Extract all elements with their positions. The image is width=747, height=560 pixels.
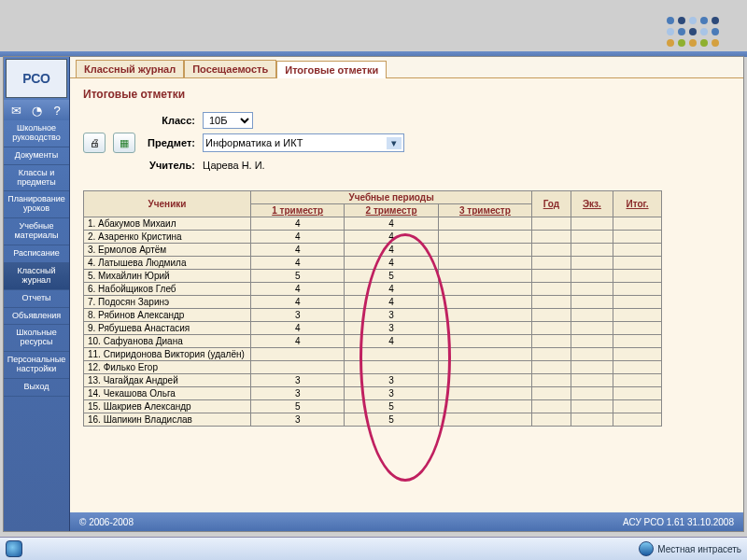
grade-cell[interactable] <box>613 309 662 322</box>
grade-cell[interactable] <box>613 244 662 257</box>
grade-cell[interactable]: 3 <box>251 387 345 400</box>
grade-cell[interactable] <box>532 283 571 296</box>
grade-cell[interactable]: 3 <box>251 309 345 322</box>
grade-cell[interactable] <box>532 231 571 244</box>
grade-cell[interactable] <box>613 335 662 348</box>
grade-cell[interactable] <box>438 374 531 387</box>
grade-cell[interactable] <box>532 309 571 322</box>
grade-cell[interactable] <box>532 348 571 361</box>
grade-cell[interactable] <box>438 257 531 270</box>
grade-cell[interactable]: 3 <box>251 374 345 387</box>
grade-cell[interactable] <box>571 335 613 348</box>
grade-cell[interactable] <box>438 335 531 348</box>
grade-cell[interactable] <box>438 244 531 257</box>
sidebar-item-5[interactable]: Расписание <box>4 245 69 263</box>
mail-icon[interactable]: ✉ <box>8 103 23 118</box>
grade-cell[interactable] <box>613 217 662 231</box>
grade-cell[interactable] <box>571 374 613 387</box>
grade-cell[interactable] <box>438 322 531 335</box>
grade-cell[interactable]: 4 <box>251 231 345 244</box>
grade-cell[interactable]: 4 <box>251 335 345 348</box>
grade-cell[interactable]: 4 <box>251 322 345 335</box>
grade-cell[interactable]: 4 <box>345 217 438 231</box>
grade-cell[interactable]: 4 <box>251 257 345 270</box>
grade-cell[interactable] <box>613 322 662 335</box>
sidebar-item-0[interactable]: Школьное руководство <box>4 120 69 147</box>
export-excel-button[interactable]: ▦ <box>113 133 135 153</box>
help-icon[interactable]: ? <box>49 103 64 118</box>
grade-cell[interactable] <box>571 296 613 309</box>
grade-cell[interactable]: 4 <box>345 231 438 244</box>
grade-cell[interactable] <box>532 400 571 413</box>
grade-cell[interactable] <box>532 257 571 270</box>
grade-cell[interactable] <box>532 270 571 283</box>
user-icon[interactable]: ◔ <box>29 103 44 118</box>
sidebar-item-11[interactable]: Выход <box>4 379 69 397</box>
col-trimester1-link[interactable]: 1 триместр <box>272 205 323 216</box>
grade-cell[interactable] <box>438 270 531 283</box>
grade-cell[interactable] <box>251 348 345 361</box>
grade-cell[interactable] <box>613 374 662 387</box>
grade-cell[interactable] <box>571 244 613 257</box>
grade-cell[interactable] <box>571 322 613 335</box>
grade-cell[interactable] <box>613 270 662 283</box>
sidebar-item-3[interactable]: Планирование уроков <box>4 191 69 218</box>
grade-cell[interactable]: 5 <box>345 270 438 283</box>
grade-cell[interactable] <box>438 231 531 244</box>
sidebar-item-6[interactable]: Классный журнал <box>4 263 69 290</box>
grade-cell[interactable] <box>438 348 531 361</box>
grade-cell[interactable] <box>532 335 571 348</box>
tab-final-grades[interactable]: Итоговые отметки <box>276 61 387 78</box>
grade-cell[interactable] <box>571 361 613 374</box>
grade-cell[interactable] <box>438 283 531 296</box>
grade-cell[interactable] <box>438 413 531 427</box>
grade-cell[interactable]: 3 <box>345 309 438 322</box>
grade-cell[interactable] <box>613 400 662 413</box>
grade-cell[interactable] <box>613 283 662 296</box>
sidebar-item-9[interactable]: Школьные ресурсы <box>4 325 69 352</box>
grade-cell[interactable] <box>613 361 662 374</box>
grade-cell[interactable]: 5 <box>345 413 438 427</box>
grade-cell[interactable] <box>251 361 345 374</box>
grade-cell[interactable] <box>613 231 662 244</box>
col-exam-link[interactable]: Экз. <box>583 199 601 209</box>
tab-journal[interactable]: Классный журнал <box>76 60 184 77</box>
tab-attendance[interactable]: Посещаемость <box>184 60 276 77</box>
grade-cell[interactable] <box>532 361 571 374</box>
sidebar-item-10[interactable]: Персональные настройки <box>4 352 69 379</box>
sidebar-item-2[interactable]: Классы и предметы <box>4 165 69 192</box>
ie-icon[interactable] <box>6 540 22 557</box>
grade-cell[interactable] <box>571 309 613 322</box>
col-trimester2-link[interactable]: 2 триместр <box>366 205 417 216</box>
grade-cell[interactable]: 5 <box>345 400 438 413</box>
grade-cell[interactable] <box>345 348 438 361</box>
sidebar-item-4[interactable]: Учебные материалы <box>4 218 69 245</box>
grade-cell[interactable] <box>438 361 531 374</box>
grade-cell[interactable] <box>613 296 662 309</box>
grade-cell[interactable] <box>532 374 571 387</box>
grade-cell[interactable] <box>571 270 613 283</box>
grade-cell[interactable]: 4 <box>251 217 345 231</box>
grade-cell[interactable]: 4 <box>345 257 438 270</box>
grade-cell[interactable]: 4 <box>345 335 438 348</box>
grade-cell[interactable] <box>571 348 613 361</box>
grade-cell[interactable] <box>532 296 571 309</box>
grade-cell[interactable] <box>532 387 571 400</box>
grade-cell[interactable]: 3 <box>251 413 345 427</box>
grade-cell[interactable]: 3 <box>345 374 438 387</box>
grade-cell[interactable] <box>571 400 613 413</box>
grade-cell[interactable] <box>571 387 613 400</box>
grade-cell[interactable] <box>571 283 613 296</box>
grade-cell[interactable]: 4 <box>251 296 345 309</box>
grade-cell[interactable] <box>438 296 531 309</box>
print-button[interactable]: 🖨 <box>83 133 106 153</box>
grade-cell[interactable]: 5 <box>251 270 345 283</box>
sidebar-item-7[interactable]: Отчеты <box>4 290 69 308</box>
grade-cell[interactable] <box>613 387 662 400</box>
sidebar-item-1[interactable]: Документы <box>4 147 69 165</box>
grade-cell[interactable]: 5 <box>251 400 345 413</box>
grade-cell[interactable]: 4 <box>251 283 345 296</box>
col-year-link[interactable]: Год <box>543 199 560 209</box>
class-select[interactable]: 10Б <box>203 112 253 129</box>
grade-cell[interactable]: 3 <box>345 322 438 335</box>
